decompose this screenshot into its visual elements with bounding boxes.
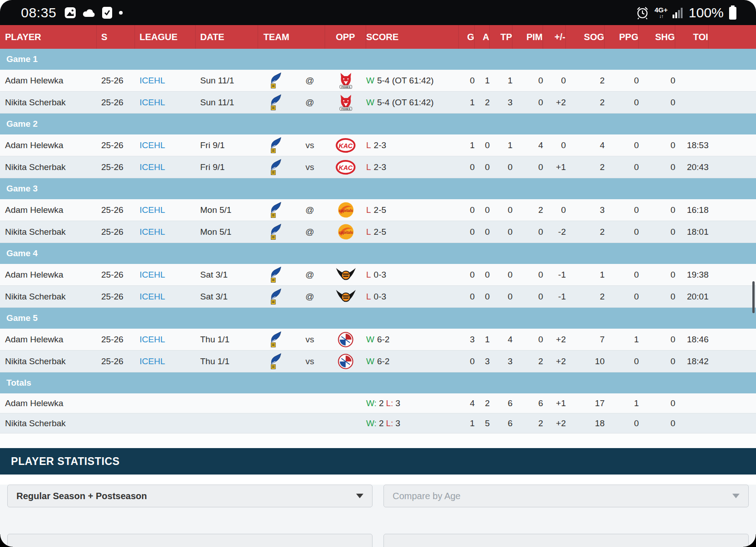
stat-g: 4 bbox=[459, 393, 475, 413]
season: 25-26 bbox=[97, 264, 135, 285]
season-type-dropdown[interactable]: Regular Season + Postseason bbox=[7, 485, 373, 507]
stat-plusminus: +1 bbox=[543, 156, 566, 178]
chevron-down-icon bbox=[356, 494, 363, 498]
table-header: PLAYER S LEAGUE DATE TEAM OPP SCORE G A … bbox=[0, 25, 756, 49]
vertical-scrollbar[interactable] bbox=[752, 281, 755, 313]
stat-toi: 20:01 bbox=[675, 286, 709, 307]
stat-tp: 1 bbox=[490, 70, 513, 91]
foxes-opp-logo-icon bbox=[339, 94, 353, 111]
stat-ppg: 0 bbox=[605, 413, 639, 433]
league-link[interactable]: ICEHL bbox=[140, 205, 165, 215]
stat-toi: 18:42 bbox=[675, 351, 709, 372]
team-logo-cell bbox=[258, 286, 295, 307]
season: 25-26 bbox=[97, 329, 135, 350]
venue-indicator: @ bbox=[295, 264, 325, 285]
col-header-sog: SOG bbox=[566, 25, 605, 49]
table-row[interactable]: Adam Helewka 25-26 ICEHL Thu 1/1 vs W6-2… bbox=[0, 329, 756, 351]
league-link[interactable]: ICEHL bbox=[140, 162, 165, 172]
stat-tp: 3 bbox=[490, 351, 513, 372]
stat-toi bbox=[675, 70, 709, 91]
stat-toi: 16:18 bbox=[675, 199, 709, 221]
stat-tp: 0 bbox=[490, 264, 513, 285]
stat-sog: 2 bbox=[566, 286, 605, 307]
stat-a: 0 bbox=[475, 134, 490, 156]
stat-tp: 0 bbox=[490, 156, 513, 178]
foxes-opp-logo-icon bbox=[339, 72, 353, 89]
game-date: Mon 5/1 bbox=[196, 221, 258, 243]
section-header-game3: Game 3 bbox=[0, 178, 756, 199]
stat-shg: 0 bbox=[639, 199, 675, 221]
partial-dropdown-right[interactable] bbox=[383, 534, 749, 547]
table-row[interactable]: Adam Helewka 25-26 ICEHL Sat 3/1 @ L0-3 … bbox=[0, 264, 756, 286]
stat-shg: 0 bbox=[639, 413, 675, 433]
red-blue-crest-opp-logo-icon bbox=[338, 332, 353, 347]
stat-shg: 0 bbox=[639, 92, 675, 113]
player-name: Adam Helewka bbox=[0, 329, 97, 350]
season: 25-26 bbox=[97, 351, 135, 372]
table-row[interactable]: Nikita Scherbak 25-26 ICEHL Mon 5/1 @ L2… bbox=[0, 221, 756, 243]
stat-shg: 0 bbox=[639, 134, 675, 156]
capitals-opp-logo-icon bbox=[337, 201, 354, 218]
col-header-player: PLAYER bbox=[0, 25, 97, 49]
player-name: Adam Helewka bbox=[0, 393, 97, 413]
stat-a: 0 bbox=[475, 264, 490, 285]
stat-g: 0 bbox=[459, 264, 475, 285]
game-date: Fri 9/1 bbox=[196, 156, 258, 178]
col-header-plusminus: +/- bbox=[543, 25, 566, 49]
stat-sog: 18 bbox=[566, 413, 605, 433]
league-link[interactable]: ICEHL bbox=[140, 98, 165, 108]
table-row[interactable]: Adam Helewka 25-26 ICEHL Sun 11/1 @ W5-4… bbox=[0, 70, 756, 92]
league-link[interactable]: ICEHL bbox=[140, 356, 165, 366]
venue-indicator: @ bbox=[295, 92, 325, 113]
stat-toi bbox=[675, 393, 709, 413]
kac-opp-logo-icon bbox=[336, 138, 356, 153]
vsv-team-logo-icon bbox=[270, 288, 283, 305]
battery-percent: 100% bbox=[689, 5, 724, 21]
compare-by-age-dropdown[interactable]: Compare by Age bbox=[383, 485, 749, 507]
league-link[interactable]: ICEHL bbox=[140, 76, 165, 86]
table-row[interactable]: Nikita Scherbak 25-26 ICEHL Thu 1/1 vs W… bbox=[0, 351, 756, 372]
venue-indicator: vs bbox=[295, 329, 325, 350]
player-name: Nikita Scherbak bbox=[0, 351, 97, 372]
opp-logo-cell bbox=[325, 329, 366, 350]
clock-time: 08:35 bbox=[21, 5, 57, 21]
stat-a: 0 bbox=[475, 221, 490, 243]
score-cell: L0-3 bbox=[366, 286, 459, 307]
stat-plusminus: 0 bbox=[543, 70, 566, 91]
opp-logo-cell bbox=[325, 70, 366, 91]
league-link[interactable]: ICEHL bbox=[140, 270, 165, 280]
venue-indicator: @ bbox=[295, 221, 325, 243]
stat-tp: 4 bbox=[490, 329, 513, 350]
opp-logo-cell bbox=[325, 156, 366, 178]
stat-g: 0 bbox=[459, 286, 475, 307]
col-header-pim: PIM bbox=[513, 25, 543, 49]
season: 25-26 bbox=[97, 156, 135, 178]
vsv-team-logo-icon bbox=[270, 94, 283, 111]
table-row[interactable]: Adam Helewka 25-26 ICEHL Mon 5/1 @ L2-5 … bbox=[0, 199, 756, 221]
stat-ppg: 0 bbox=[605, 351, 639, 372]
team-logo-cell bbox=[258, 70, 295, 91]
stat-g: 1 bbox=[459, 413, 475, 433]
table-row[interactable]: Adam Helewka 25-26 ICEHL Fri 9/1 vs L2-3… bbox=[0, 134, 756, 156]
table-row[interactable]: Nikita Scherbak 25-26 ICEHL Sun 11/1 @ W… bbox=[0, 92, 756, 114]
table-row[interactable]: Nikita Scherbak 25-26 ICEHL Sat 3/1 @ L0… bbox=[0, 286, 756, 308]
section-header-totals: Totals bbox=[0, 372, 756, 393]
league-link[interactable]: ICEHL bbox=[140, 292, 165, 302]
stat-ppg: 0 bbox=[605, 286, 639, 307]
table-row[interactable]: Nikita Scherbak 25-26 ICEHL Fri 9/1 vs L… bbox=[0, 156, 756, 178]
vsv-team-logo-icon bbox=[270, 266, 283, 283]
compare-by-age-dropdown-placeholder: Compare by Age bbox=[393, 491, 461, 501]
stat-pim: 2 bbox=[513, 413, 543, 433]
league-link[interactable]: ICEHL bbox=[140, 140, 165, 150]
col-header-venue bbox=[295, 25, 325, 49]
league-link[interactable]: ICEHL bbox=[140, 335, 165, 345]
player-name: Nikita Scherbak bbox=[0, 92, 97, 113]
stat-a: 2 bbox=[475, 393, 490, 413]
league-link[interactable]: ICEHL bbox=[140, 227, 165, 237]
black-wings-opp-logo-icon bbox=[336, 267, 356, 283]
game-date: Fri 9/1 bbox=[196, 134, 258, 156]
player-name: Nikita Scherbak bbox=[0, 413, 97, 433]
stat-g: 0 bbox=[459, 156, 475, 178]
stat-ppg: 0 bbox=[605, 70, 639, 91]
partial-dropdown-left[interactable] bbox=[7, 534, 373, 547]
